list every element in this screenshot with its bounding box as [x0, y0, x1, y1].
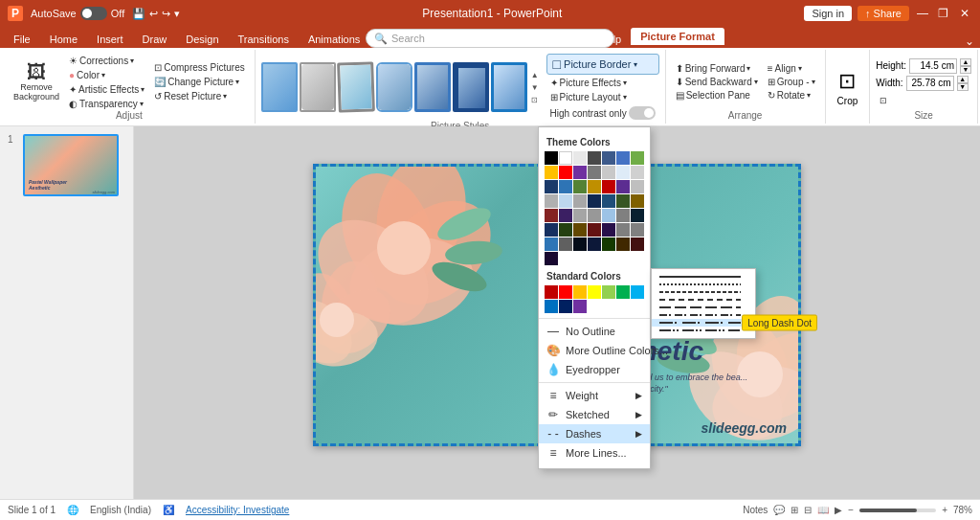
- ribbon-collapse-icon[interactable]: ⌄: [965, 34, 974, 48]
- undo-icon[interactable]: ↩: [149, 8, 158, 20]
- tab-draw[interactable]: Draw: [133, 31, 177, 48]
- more-lines-item[interactable]: ≡ More Lines...: [539, 443, 650, 463]
- color-r5-9[interactable]: [631, 237, 644, 251]
- color-r4-9[interactable]: [588, 223, 601, 237]
- color-r3-5[interactable]: [588, 194, 601, 208]
- style-1[interactable]: [261, 62, 298, 112]
- std-color-3[interactable]: [573, 285, 587, 299]
- dash-dotted[interactable]: [652, 281, 755, 288]
- color-r3-3[interactable]: [559, 194, 572, 208]
- corrections-button[interactable]: ☀ Corrections ▾: [65, 55, 148, 67]
- color-r3-8[interactable]: [631, 194, 644, 208]
- autosave-toggle[interactable]: [80, 7, 107, 20]
- reset-picture-button[interactable]: ↺ Reset Picture ▾: [150, 90, 248, 102]
- style-selected[interactable]: [491, 62, 527, 112]
- style-scroll-down[interactable]: ▼: [529, 82, 541, 93]
- std-color-5[interactable]: [602, 285, 615, 299]
- send-backward-button[interactable]: ⬇ Send Backward ▾: [672, 76, 762, 88]
- color-r4-4[interactable]: [616, 209, 630, 222]
- dash-long-dot[interactable]: Long Dash Dot: [652, 319, 755, 327]
- compress-pictures-button[interactable]: ⊡ Compress Pictures: [150, 61, 248, 74]
- width-increase-btn[interactable]: ▲: [957, 76, 969, 83]
- color-r3-9[interactable]: [545, 209, 558, 222]
- color-r2-6[interactable]: [559, 180, 572, 193]
- color-r3-6[interactable]: [602, 194, 615, 208]
- width-input[interactable]: [906, 76, 954, 91]
- tab-file[interactable]: File: [4, 31, 40, 48]
- color-r4-6[interactable]: [545, 223, 558, 237]
- height-increase-btn[interactable]: ▲: [960, 58, 971, 66]
- share-button[interactable]: ↑ Share: [858, 6, 909, 21]
- color-blue[interactable]: [616, 151, 630, 165]
- style-6[interactable]: [453, 62, 489, 112]
- group-button[interactable]: ⊞ Group - ▾: [764, 76, 819, 88]
- tab-picture-format[interactable]: Picture Format: [631, 28, 724, 48]
- dashes-item[interactable]: - - Dashes ▶: [539, 424, 650, 443]
- more-icon[interactable]: ▾: [174, 8, 180, 20]
- color-green[interactable]: [631, 151, 644, 165]
- color-r5-3[interactable]: [545, 237, 558, 251]
- restore-btn[interactable]: ❐: [936, 6, 951, 21]
- zoom-out-btn[interactable]: −: [848, 505, 854, 515]
- picture-border-button[interactable]: □ Picture Border ▾: [546, 54, 659, 75]
- std-color-6[interactable]: [616, 285, 630, 299]
- accessibility-label[interactable]: Accessibility: Investigate: [186, 505, 289, 515]
- rotate-button[interactable]: ↻ Rotate ▾: [764, 89, 819, 102]
- color-button[interactable]: ● Color ▾: [65, 69, 148, 81]
- slide-thumbnail-1[interactable]: Pastel WallpaperAesthetic slideegg.com: [23, 134, 119, 196]
- tab-home[interactable]: Home: [40, 31, 87, 48]
- color-r3-7[interactable]: [616, 194, 630, 208]
- color-r4-8[interactable]: [573, 223, 587, 237]
- color-r2-10[interactable]: [616, 180, 630, 193]
- more-outline-item[interactable]: 🎨 More Outline Colors...: [539, 341, 650, 360]
- std-color-9[interactable]: [559, 300, 572, 313]
- color-dark-gray[interactable]: [588, 151, 601, 165]
- zoom-in-btn[interactable]: +: [942, 505, 947, 515]
- color-r5-6[interactable]: [588, 237, 601, 251]
- std-color-10[interactable]: [573, 300, 587, 313]
- std-color-1[interactable]: [545, 285, 558, 299]
- style-2[interactable]: [300, 62, 336, 112]
- color-r4-3[interactable]: [602, 209, 615, 222]
- color-r2-4[interactable]: [631, 166, 644, 179]
- picture-effects-button[interactable]: ✦ Picture Effects ▾: [546, 77, 659, 89]
- high-contrast-button[interactable]: High contrast only: [546, 105, 659, 121]
- std-color-4[interactable]: [588, 285, 601, 299]
- color-gold[interactable]: [545, 166, 558, 179]
- color-r5-5[interactable]: [573, 237, 587, 251]
- std-color-2[interactable]: [559, 285, 572, 299]
- color-r2-5[interactable]: [545, 180, 558, 193]
- align-button[interactable]: ≡ Align ▾: [764, 62, 819, 75]
- eyedropper-item[interactable]: 💧 Eyedropper: [539, 360, 650, 379]
- color-r5-10[interactable]: [545, 252, 558, 265]
- remove-background-button[interactable]: 🖼 RemoveBackground: [10, 60, 63, 103]
- size-dialog-btn[interactable]: ⊡: [876, 95, 971, 106]
- color-white[interactable]: [559, 151, 572, 165]
- dash-medium-dashed[interactable]: [652, 296, 755, 304]
- dash-dot-dash[interactable]: [652, 311, 755, 319]
- weight-item[interactable]: ≡ Weight ▶: [539, 386, 650, 405]
- dash-long-dashed[interactable]: [652, 304, 755, 311]
- color-r3-4[interactable]: [573, 194, 587, 208]
- color-r4-7[interactable]: [559, 223, 572, 237]
- tab-insert[interactable]: Insert: [87, 31, 133, 48]
- search-bar[interactable]: 🔍 Search: [366, 29, 614, 48]
- color-r2-1[interactable]: [588, 166, 601, 179]
- color-r2-3[interactable]: [616, 166, 630, 179]
- color-r5-2[interactable]: [631, 223, 644, 237]
- color-r2-7[interactable]: [573, 180, 587, 193]
- color-r4-5[interactable]: [631, 209, 644, 222]
- zoom-bar[interactable]: [859, 509, 936, 512]
- no-outline-item[interactable]: — No Outline: [539, 322, 650, 341]
- normal-view-icon[interactable]: ⊞: [791, 505, 798, 515]
- style-3[interactable]: [337, 61, 375, 112]
- slideshow-icon[interactable]: ▶: [835, 505, 842, 515]
- sketched-item[interactable]: ✏ Sketched ▶: [539, 405, 650, 424]
- std-color-7[interactable]: [631, 285, 644, 299]
- color-r5-7[interactable]: [602, 237, 615, 251]
- minimize-btn[interactable]: —: [915, 6, 930, 21]
- bring-forward-button[interactable]: ⬆ Bring Forward ▾: [672, 62, 762, 75]
- width-decrease-btn[interactable]: ▼: [957, 83, 969, 91]
- color-r4-1[interactable]: [573, 209, 587, 222]
- picture-layout-button[interactable]: ⊞ Picture Layout ▾: [546, 91, 659, 103]
